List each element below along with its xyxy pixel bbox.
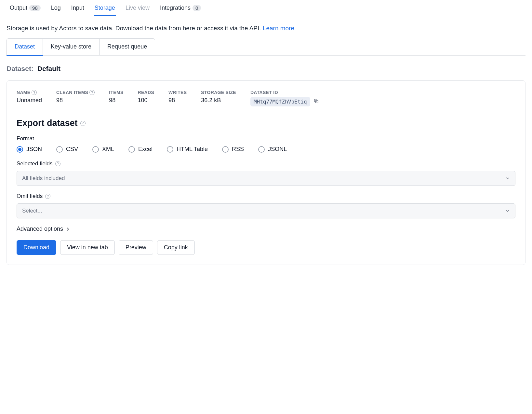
stat-name: NAME ? Unnamed xyxy=(17,90,42,106)
radio-jsonl[interactable]: JSONL xyxy=(258,146,287,153)
radio-circle-icon xyxy=(56,146,63,153)
stat-value: 98 xyxy=(109,97,123,104)
stat-label-text: STORAGE SIZE xyxy=(201,90,236,95)
help-icon[interactable]: ? xyxy=(32,90,37,95)
radio-rss[interactable]: RSS xyxy=(222,146,244,153)
storage-description: Storage is used by Actors to save data. … xyxy=(7,25,525,32)
subtab-request-queue[interactable]: Request queue xyxy=(100,38,155,55)
dataset-id-value: MHtq77MQfZhVbEtiq xyxy=(250,97,310,106)
tab-label: Integrations xyxy=(160,5,191,11)
storage-subtabs: Dataset Key-value store Request queue xyxy=(7,38,525,56)
stat-clean-items: CLEAN ITEMS ? 98 xyxy=(56,90,95,106)
stat-label-text: READS xyxy=(138,90,154,95)
radio-csv[interactable]: CSV xyxy=(56,146,78,153)
stat-value: Unnamed xyxy=(17,97,42,104)
radio-circle-icon xyxy=(92,146,99,153)
chevron-down-icon xyxy=(505,209,510,213)
stat-reads: READS 100 xyxy=(138,90,154,106)
stat-value: 98 xyxy=(168,97,187,104)
radio-html-table[interactable]: HTML Table xyxy=(167,146,208,153)
stat-label-text: WRITES xyxy=(168,90,187,95)
tab-label: Output xyxy=(10,5,27,11)
tab-storage[interactable]: Storage xyxy=(94,0,116,16)
dataset-heading-value: Default xyxy=(37,65,60,72)
dataset-stats: NAME ? Unnamed CLEAN ITEMS ? 98 ITEMS 98… xyxy=(17,90,515,106)
preview-button[interactable]: Preview xyxy=(119,240,153,255)
description-text: Storage is used by Actors to save data. … xyxy=(7,25,263,32)
export-actions: Download View in new tab Preview Copy li… xyxy=(17,240,515,255)
label-text: Omit fields xyxy=(17,193,43,200)
select-placeholder: All fields included xyxy=(22,175,65,182)
stat-value: 100 xyxy=(138,97,154,104)
tab-integrations[interactable]: Integrations 0 xyxy=(159,0,202,16)
tab-label: Live view xyxy=(126,5,150,11)
stat-writes: WRITES 98 xyxy=(168,90,187,106)
radio-circle-icon xyxy=(222,146,229,153)
stat-items: ITEMS 98 xyxy=(109,90,123,106)
radio-circle-icon xyxy=(17,146,23,153)
help-icon[interactable]: ? xyxy=(89,90,95,95)
subtab-dataset[interactable]: Dataset xyxy=(7,38,43,56)
stat-storage-size: STORAGE SIZE 36.2 kB xyxy=(201,90,236,106)
radio-json[interactable]: JSON xyxy=(17,146,42,153)
radio-label: CSV xyxy=(66,146,78,153)
select-placeholder: Select... xyxy=(22,208,42,214)
omit-fields-label: Omit fields ? xyxy=(17,193,515,200)
omit-fields-select[interactable]: Select... xyxy=(17,203,515,218)
help-icon[interactable]: ? xyxy=(45,194,50,199)
radio-label: HTML Table xyxy=(177,146,208,153)
stat-value: 36.2 kB xyxy=(201,97,236,104)
chevron-right-icon xyxy=(66,227,70,231)
radio-label: XML xyxy=(102,146,114,153)
chevron-down-icon xyxy=(505,176,510,181)
copy-icon[interactable] xyxy=(313,98,319,105)
stat-value: 98 xyxy=(56,97,95,104)
download-button[interactable]: Download xyxy=(17,240,56,255)
radio-circle-icon xyxy=(167,146,173,153)
help-icon[interactable]: ? xyxy=(80,121,86,126)
stat-dataset-id: DATASET ID MHtq77MQfZhVbEtiq xyxy=(250,90,319,106)
format-label: Format xyxy=(17,135,515,142)
radio-label: JSONL xyxy=(268,146,287,153)
format-radio-group: JSON CSV XML Excel HTML Table RSS JSONL xyxy=(17,146,515,153)
radio-label: Excel xyxy=(138,146,153,153)
radio-label: RSS xyxy=(232,146,244,153)
stat-label-text: DATASET ID xyxy=(250,90,278,95)
radio-xml[interactable]: XML xyxy=(92,146,114,153)
view-new-tab-button[interactable]: View in new tab xyxy=(60,240,115,255)
selected-fields-select[interactable]: All fields included xyxy=(17,171,515,186)
top-tabs: Output 98 Log Input Storage Live view In… xyxy=(7,0,525,16)
stat-label-text: ITEMS xyxy=(109,90,123,95)
advanced-label: Advanced options xyxy=(17,226,63,232)
tab-input[interactable]: Input xyxy=(71,0,85,16)
badge-integrations-count: 0 xyxy=(193,5,201,11)
tab-output[interactable]: Output 98 xyxy=(9,0,41,16)
radio-label: JSON xyxy=(26,146,42,153)
radio-circle-icon xyxy=(258,146,265,153)
dataset-heading: Dataset: Default xyxy=(7,65,525,73)
copy-link-button[interactable]: Copy link xyxy=(157,240,195,255)
selected-fields-label: Selected fields ? xyxy=(17,160,515,167)
dataset-card: NAME ? Unnamed CLEAN ITEMS ? 98 ITEMS 98… xyxy=(7,80,525,265)
radio-circle-icon xyxy=(128,146,135,153)
help-icon[interactable]: ? xyxy=(55,161,60,166)
tab-live-view: Live view xyxy=(125,0,150,16)
subtab-key-value-store[interactable]: Key-value store xyxy=(43,38,100,55)
radio-excel[interactable]: Excel xyxy=(128,146,153,153)
export-heading-text: Export dataset xyxy=(17,118,78,128)
tab-label: Storage xyxy=(95,5,115,11)
label-text: Selected fields xyxy=(17,160,53,167)
tab-label: Log xyxy=(51,5,61,11)
stat-label-text: NAME xyxy=(17,90,30,95)
learn-more-link[interactable]: Learn more xyxy=(263,25,294,32)
tab-label: Input xyxy=(71,5,84,11)
stat-label-text: CLEAN ITEMS xyxy=(56,90,88,95)
advanced-options-toggle[interactable]: Advanced options xyxy=(17,226,515,232)
tab-log[interactable]: Log xyxy=(50,0,61,16)
export-heading: Export dataset ? xyxy=(17,118,515,128)
dataset-heading-label: Dataset: xyxy=(7,65,33,72)
badge-output-count: 98 xyxy=(29,5,41,11)
